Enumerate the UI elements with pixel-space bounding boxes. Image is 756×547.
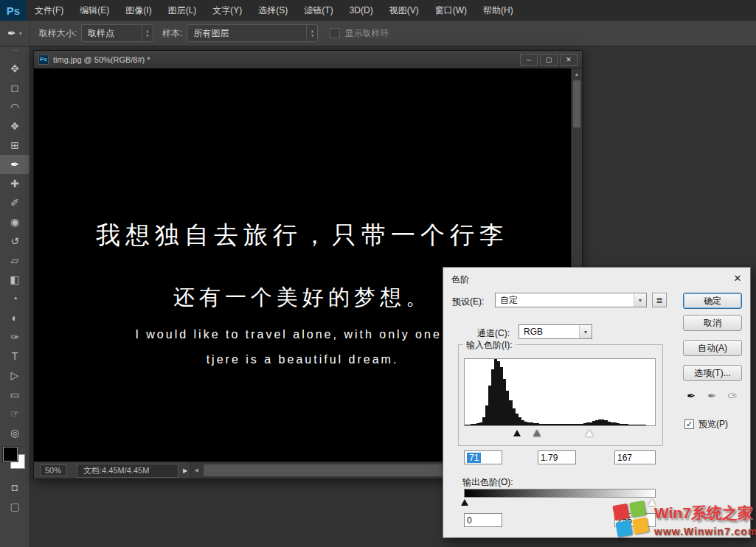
input-levels-label: 输入色阶(I): (463, 339, 516, 352)
vertical-scroll-thumb[interactable] (573, 80, 580, 128)
gradient-tool[interactable]: ◧ (0, 270, 30, 289)
maximize-button[interactable]: ▢ (540, 54, 558, 66)
healing-brush-tool[interactable]: ✚ (0, 174, 30, 193)
hand-tool-icon: ☞ (10, 408, 20, 419)
sample-dropdown[interactable]: 所有图层 ▲▼ (187, 24, 318, 42)
input-black-slider[interactable] (513, 430, 521, 436)
pen-tool[interactable]: ✑ (0, 327, 30, 346)
dodge-tool[interactable]: ◐ (0, 308, 30, 327)
type-tool[interactable]: T (0, 346, 30, 366)
canvas-text-line: 我想独自去旅行，只带一个行李 (34, 219, 571, 252)
input-gamma-slider[interactable] (533, 430, 541, 436)
output-black-value: 0 (467, 515, 472, 526)
options-button[interactable]: 选项(T)... (683, 365, 742, 381)
status-menu-icon[interactable]: ▶ (183, 467, 187, 474)
rectangle-tool-icon: ▭ (10, 389, 19, 400)
menu-item-help[interactable]: 帮助(H) (475, 0, 521, 21)
menu-item-select[interactable]: 选择(S) (250, 0, 296, 21)
ps-logo: Ps (0, 0, 27, 21)
auto-button[interactable]: 自动(A) (683, 340, 742, 356)
tool-preset-picker[interactable]: ✒ ▾ (0, 21, 30, 46)
watermark: Win7系统之家 www.Winwin7.com (615, 503, 756, 537)
toolbar-grip[interactable]: ⋯ (0, 46, 30, 55)
lasso-tool[interactable]: ◠ (0, 97, 30, 116)
document-titlebar[interactable]: Ps timg.jpg @ 50%(RGB/8#) * ─ ▢ ✕ (34, 51, 582, 69)
preview-checkbox[interactable]: ✓ 预览(P) (684, 418, 728, 431)
output-black-slider[interactable] (461, 499, 468, 506)
eyedropper-tool-icon: ✒ (7, 27, 16, 39)
input-gamma-value: 1.79 (541, 453, 558, 463)
ok-button[interactable]: 确定 (683, 293, 742, 309)
marquee-tool[interactable]: ◻ (0, 78, 30, 97)
scroll-left-icon[interactable]: ◀ (191, 467, 201, 473)
eyedropper-tool-icon: ✒ (10, 158, 19, 170)
sample-label: 样本: (162, 27, 182, 40)
preset-options-icon: ≣ (656, 296, 662, 305)
quick-mask-icon: ◘ (12, 481, 18, 493)
tools-panel: ⋯ ✥◻◠❖⊞✒✚✐◉↺▱◧◔◐✑T▷▭☞◎ ◘▢ (0, 46, 30, 547)
input-sliders (464, 429, 657, 439)
spinner-icon: ▲▼ (306, 25, 317, 41)
brush-tool-icon: ✐ (10, 197, 19, 209)
preset-dropdown[interactable]: 自定 ▼ (495, 293, 647, 307)
menu-item-layer[interactable]: 图层(L) (160, 0, 205, 21)
sample-size-value: 取样点 (82, 27, 142, 40)
output-gradient-bar (464, 489, 656, 498)
document-file-icon: Ps (38, 55, 49, 65)
quick-selection-tool[interactable]: ❖ (0, 116, 30, 136)
toolbar-tools: ✥◻◠❖⊞✒✚✐◉↺▱◧◔◐✑T▷▭☞◎ (0, 59, 30, 442)
menu-item-file[interactable]: 文件(F) (27, 0, 72, 21)
rectangle-tool[interactable]: ▭ (0, 385, 30, 404)
eyedropper-tool[interactable]: ✒ (0, 155, 30, 174)
input-black-field[interactable]: 71 (464, 450, 502, 464)
white-point-eyedropper-icon[interactable]: ✒ (726, 389, 739, 403)
dialog-close-icon[interactable]: ✕ (730, 271, 745, 285)
history-brush-tool[interactable]: ↺ (0, 231, 30, 251)
output-black-field[interactable]: 0 (464, 513, 502, 527)
chevron-down-icon: ▼ (634, 293, 646, 307)
move-tool-icon: ✥ (10, 63, 19, 74)
preset-options-button[interactable]: ≣ (652, 293, 667, 307)
brush-tool[interactable]: ✐ (0, 193, 30, 212)
channel-dropdown[interactable]: RGB ▼ (519, 324, 592, 339)
menu-item-filter[interactable]: 滤镜(T) (296, 0, 341, 21)
sample-size-dropdown[interactable]: 取样点 ▲▼ (81, 24, 153, 42)
menu-item-type[interactable]: 文字(Y) (204, 0, 250, 21)
input-white-slider[interactable] (586, 430, 593, 436)
cancel-button[interactable]: 取消 (683, 315, 742, 331)
menu-item-3d[interactable]: 3D(D) (341, 0, 381, 21)
eraser-tool[interactable]: ▱ (0, 251, 30, 270)
blur-tool[interactable]: ◔ (0, 289, 30, 308)
history-brush-tool-icon: ↺ (10, 235, 19, 247)
menu-item-view[interactable]: 视图(V) (381, 0, 427, 21)
path-selection-tool[interactable]: ▷ (0, 366, 30, 385)
zoom-tool[interactable]: ◎ (0, 423, 30, 442)
input-white-field[interactable]: 167 (614, 450, 656, 464)
crop-tool[interactable]: ⊞ (0, 136, 30, 155)
hand-tool[interactable]: ☞ (0, 404, 30, 423)
channel-value: RGB (519, 327, 579, 337)
marquee-tool-icon: ◻ (10, 82, 19, 94)
menu-item-edit[interactable]: 编辑(E) (72, 0, 117, 21)
sample-size-label: 取样大小: (39, 27, 77, 40)
close-button[interactable]: ✕ (560, 54, 578, 66)
black-point-eyedropper-icon[interactable]: ✒ (684, 389, 698, 403)
zoom-level-field[interactable]: 50% (40, 464, 66, 476)
minimize-button[interactable]: ─ (520, 54, 538, 66)
menu-item-window[interactable]: 窗口(W) (427, 0, 475, 21)
show-sampling-ring-checkbox[interactable]: 显示取样环 (330, 27, 389, 40)
clone-stamp-tool[interactable]: ◉ (0, 212, 30, 231)
move-tool[interactable]: ✥ (0, 59, 30, 78)
foreground-color-swatch[interactable] (3, 447, 18, 461)
gray-point-eyedropper-icon[interactable]: ✒ (705, 389, 718, 403)
dialog-title: 色阶 (451, 274, 469, 286)
screen-mode-button[interactable]: ▢ (0, 497, 30, 516)
input-gamma-field[interactable]: 1.79 (538, 450, 576, 464)
scroll-up-icon[interactable]: ▲ (572, 69, 582, 79)
watermark-url: www.Winwin7.com (654, 526, 756, 537)
checkbox-icon (330, 28, 340, 38)
menu-item-image[interactable]: 图像(I) (117, 0, 159, 21)
quick-mask-button[interactable]: ◘ (0, 478, 30, 497)
output-levels-label: 输出色阶(O): (462, 476, 513, 489)
document-title: timg.jpg @ 50%(RGB/8#) * (53, 55, 150, 64)
